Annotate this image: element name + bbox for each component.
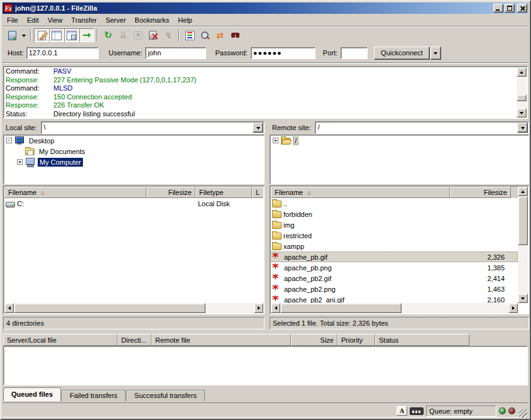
local-horizontal-scrollbar[interactable]: [4, 303, 263, 313]
site-manager-icon[interactable]: [4, 28, 19, 42]
file-row[interactable]: apache_pb.png 1,385: [270, 262, 518, 273]
expander-icon[interactable]: -: [6, 138, 12, 143]
scrollbar-thumb[interactable]: [517, 94, 527, 101]
file-row[interactable]: xampp: [270, 241, 518, 251]
scroll-right-icon[interactable]: [254, 303, 263, 313]
tree-item[interactable]: + /: [270, 135, 528, 146]
host-input[interactable]: [26, 47, 99, 59]
column-header-label: Status: [379, 336, 398, 344]
column-header[interactable]: Filename: [271, 187, 450, 198]
queue-list[interactable]: [3, 346, 528, 385]
local-directory-tree: - Desktop My Documents + My Computer: [3, 135, 265, 184]
file-row[interactable]: apache_pb2.gif 2,414: [270, 273, 518, 284]
column-header[interactable]: Server/Local file: [3, 334, 118, 346]
column-header[interactable]: Priority: [337, 334, 375, 346]
toggle-remote-tree-icon[interactable]: [64, 28, 79, 42]
file-icon: [272, 253, 282, 262]
toggle-message-log-icon[interactable]: [34, 28, 49, 42]
file-name: apache_pb.gif: [284, 253, 327, 261]
queue-tab[interactable]: Failed transfers: [62, 390, 126, 401]
menu-item[interactable]: Edit: [23, 15, 43, 25]
file-row[interactable]: forbidden: [270, 209, 518, 219]
queue-tab[interactable]: Queued files: [3, 387, 61, 401]
column-header[interactable]: Filename: [4, 187, 146, 198]
file-row[interactable]: ..: [270, 198, 518, 209]
menu-item[interactable]: Bookmarks: [130, 15, 173, 25]
file-row[interactable]: restricted: [270, 230, 518, 241]
log-line: Response: 226 Transfer OK: [6, 101, 525, 110]
host-label: Host:: [8, 49, 24, 57]
column-header[interactable]: Status: [375, 334, 469, 346]
expander-icon[interactable]: +: [17, 159, 23, 165]
column-header[interactable]: Remote file: [151, 334, 291, 346]
menu-item[interactable]: Server: [101, 15, 130, 25]
log-line-text: PASV: [53, 67, 72, 76]
column-header[interactable]: Filesize: [146, 187, 195, 198]
minimize-button[interactable]: [493, 4, 503, 13]
menu-item[interactable]: Help: [173, 15, 197, 25]
tree-item[interactable]: My Documents: [4, 146, 264, 157]
file-icon: [272, 263, 282, 272]
speed-limit-icon[interactable]: [410, 407, 424, 415]
cancel-operation-icon[interactable]: [131, 28, 146, 42]
filename-filters-icon[interactable]: [182, 28, 197, 42]
scroll-up-icon[interactable]: [517, 67, 527, 77]
file-row[interactable]: C: Local Disk: [4, 198, 264, 209]
toggle-transfer-queue-icon[interactable]: [79, 28, 94, 42]
scroll-down-icon[interactable]: [517, 108, 527, 118]
remote-horizontal-scrollbar[interactable]: [271, 303, 518, 313]
refresh-icon[interactable]: [101, 28, 116, 42]
find-files-icon[interactable]: [227, 28, 243, 42]
toggle-local-tree-icon[interactable]: [49, 28, 64, 42]
scroll-down-icon[interactable]: [518, 294, 528, 303]
quickconnect-dropdown-icon[interactable]: [430, 47, 441, 60]
synchronized-browsing-icon[interactable]: [212, 28, 227, 42]
port-input[interactable]: [341, 47, 368, 59]
reconnect-icon[interactable]: [161, 28, 176, 42]
column-header-label: Directi...: [121, 336, 146, 344]
site-manager-dropdown-icon[interactable]: [19, 28, 28, 42]
log-scrollbar[interactable]: [517, 67, 527, 118]
remote-vertical-scrollbar[interactable]: [518, 187, 528, 303]
file-type: Local Disk: [195, 200, 251, 207]
title-bar[interactable]: Fz john@127.0.0.1 - FileZilla: [3, 3, 528, 14]
column-header[interactable]: Directi...: [118, 334, 151, 346]
file-row[interactable]: apache_pb2.png 1,463: [270, 284, 518, 294]
dropdown-icon[interactable]: [253, 123, 263, 133]
quickconnect-button[interactable]: Quickconnect: [374, 47, 430, 60]
scroll-left-icon[interactable]: [271, 303, 280, 313]
scroll-left-icon[interactable]: [4, 303, 14, 313]
resize-grip[interactable]: [519, 409, 527, 417]
queue-tab[interactable]: Successful transfers: [126, 390, 205, 401]
menu-item[interactable]: View: [43, 15, 67, 25]
menu-item[interactable]: Transfer: [67, 15, 101, 25]
process-queue-icon[interactable]: [116, 28, 131, 42]
remote-site-combo[interactable]: /: [315, 121, 529, 134]
password-label: Password:: [215, 49, 247, 57]
scrollbar-thumb[interactable]: [518, 196, 528, 245]
file-row[interactable]: apache_pb.gif 2,326: [270, 251, 518, 262]
column-header-label: Size: [320, 336, 334, 344]
scrollbar-thumb[interactable]: [280, 303, 402, 313]
tree-item-label: My Computer: [38, 158, 83, 167]
scrollbar-thumb[interactable]: [14, 303, 205, 313]
scroll-up-icon[interactable]: [518, 187, 528, 196]
disconnect-icon[interactable]: [146, 28, 161, 42]
maximize-button[interactable]: [505, 4, 515, 13]
menu-item[interactable]: File: [3, 15, 23, 25]
expander-icon[interactable]: +: [273, 138, 278, 143]
username-input[interactable]: [145, 47, 206, 59]
password-input[interactable]: [251, 47, 315, 59]
column-header[interactable]: Size: [291, 334, 337, 346]
local-site-combo[interactable]: \: [41, 121, 265, 134]
directory-comparison-icon[interactable]: [197, 28, 212, 42]
column-header[interactable]: Filetype: [195, 187, 252, 198]
dropdown-icon[interactable]: [517, 123, 528, 133]
tree-item[interactable]: + My Computer: [4, 157, 264, 167]
column-header[interactable]: L: [252, 187, 263, 198]
scroll-right-icon[interactable]: [508, 303, 518, 313]
close-button[interactable]: [517, 4, 527, 13]
column-header[interactable]: Filesize: [450, 187, 511, 198]
tree-item[interactable]: - Desktop: [4, 135, 264, 146]
file-row[interactable]: img: [270, 219, 518, 230]
